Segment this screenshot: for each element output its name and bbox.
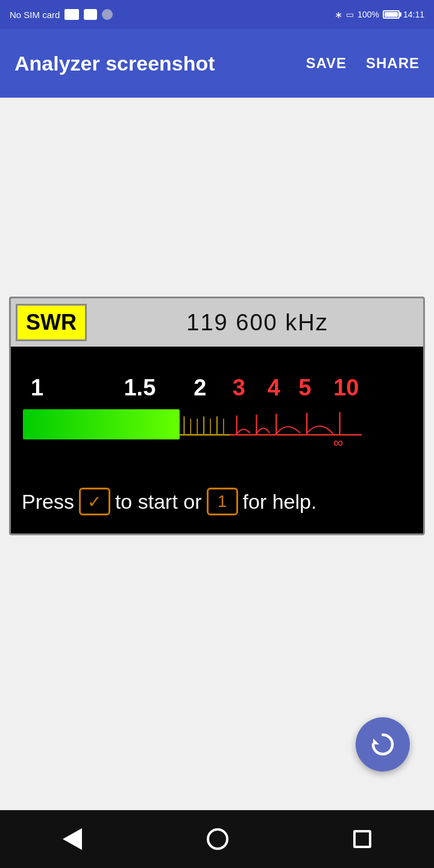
device-screenshot: SWR 119 600 kHz 1 1.5 2 3 4 5 10 (9, 297, 425, 535)
top-spacer (0, 98, 434, 297)
back-icon (63, 828, 82, 850)
meter-green-fill (23, 409, 180, 439)
press-label: Press (22, 490, 74, 514)
one-label: 1 (218, 492, 227, 511)
refresh-fab[interactable] (356, 717, 410, 772)
meter-area: 1 1.5 2 3 4 5 10 (11, 347, 423, 476)
home-button[interactable] (207, 828, 228, 850)
checkmark-icon: ✓ (87, 492, 101, 512)
battery-fill (385, 12, 398, 17)
back-button[interactable] (63, 828, 82, 850)
scale-numbers: 1 1.5 2 3 4 5 10 (23, 365, 411, 401)
photo-icon (84, 9, 97, 20)
frequency-display: 119 600 kHz (92, 310, 423, 336)
scale-4: 4 (268, 375, 280, 401)
no-sim-label: No SIM card (10, 10, 60, 20)
bluetooth-icon: ∗ (335, 9, 342, 20)
home-icon (207, 828, 228, 850)
status-bar-left: No SIM card (10, 9, 113, 20)
scale-3: 3 (233, 375, 245, 401)
status-bar: No SIM card ∗ ▭ 100% 14:11 (0, 0, 434, 29)
app-bar: Analyzer screenshot SAVE SHARE (0, 29, 434, 98)
refresh-svg (368, 730, 397, 759)
meter-bar-container: ∞ (23, 403, 411, 470)
battery-icon (383, 10, 400, 19)
press-instruction: Press ✓ to start or 1 for help. (11, 476, 423, 533)
share-button[interactable]: SHARE (366, 55, 420, 72)
one-icon-box: 1 (207, 488, 238, 515)
recents-button[interactable] (353, 830, 371, 848)
nav-bar (0, 810, 434, 868)
scale-2: 2 (193, 375, 206, 401)
check-icon-box: ✓ (79, 488, 110, 515)
scale-10: 10 (333, 375, 359, 401)
battery-percent: 100% (357, 10, 379, 19)
to-start-label: to start or (115, 490, 202, 514)
storage-icon: ▭ (346, 10, 354, 19)
scale-1-5: 1.5 (124, 375, 156, 401)
time-label: 14:11 (403, 10, 424, 19)
content-area: SWR 119 600 kHz 1 1.5 2 3 4 5 10 (0, 98, 434, 868)
recents-icon (353, 830, 371, 848)
app-bar-actions: SAVE SHARE (306, 55, 420, 72)
refresh-icon (368, 730, 397, 759)
save-button[interactable]: SAVE (306, 55, 347, 72)
svg-marker-25 (373, 738, 379, 744)
svg-text:∞: ∞ (333, 435, 344, 450)
app-title: Analyzer screenshot (14, 52, 215, 75)
sim-icon (64, 9, 79, 20)
swr-badge: SWR (16, 304, 87, 341)
scale-5: 5 (298, 375, 311, 401)
scale-1: 1 (31, 375, 43, 401)
status-bar-right: ∗ ▭ 100% 14:11 (335, 9, 424, 20)
signal-icon (102, 9, 113, 20)
for-help-label: for help. (243, 490, 317, 514)
swr-header: SWR 119 600 kHz (11, 298, 423, 347)
